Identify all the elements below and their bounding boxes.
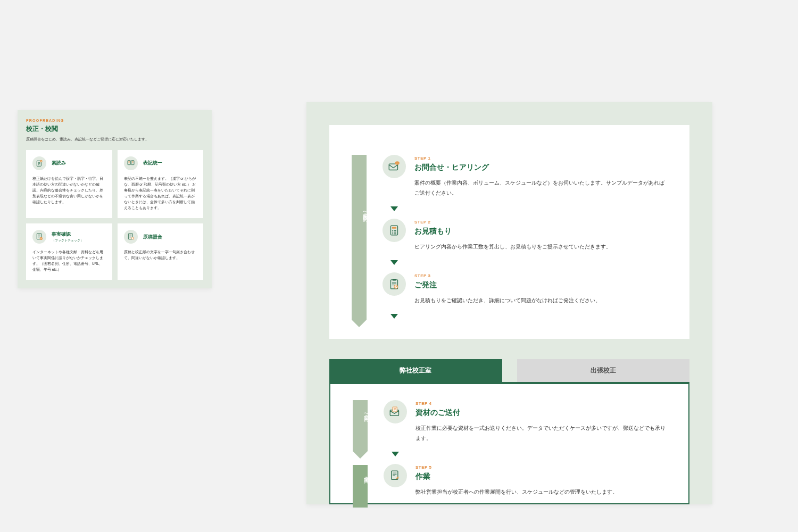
- card-title: 素読み: [52, 160, 66, 167]
- svg-rect-25: [393, 279, 396, 280]
- svg-point-11: [397, 163, 397, 163]
- proofreading-panel: PROOFREADING 校正・校閲 原稿照合をはじめ、素読み、表記統一などご要…: [18, 110, 212, 288]
- eyebrow-label: PROOFREADING: [26, 119, 203, 122]
- step-desc: お見積もりをご確認いただき、詳細について問題がなければご発注ください。: [414, 295, 669, 305]
- card-factcheck: 事実確認 （ファクトチェック） インターネットや各種文献・資料などを用いて事実関…: [26, 223, 112, 280]
- tab-content: 〜作業前日 作業当日 STEP 4 資材のご送付 校正作業に必要な資材を一式お送…: [329, 382, 689, 504]
- card-genkou: 原稿照合 原稿と校正紙の文字を一字一句突き合わせて、間違いがないか確認します。: [118, 223, 204, 280]
- section-title: 校正・校閲: [26, 124, 203, 134]
- card-desc: 原稿と校正紙の文字を一字一句突き合わせて、間違いがないか確認します。: [124, 249, 197, 261]
- svg-point-23: [395, 234, 396, 235]
- step-4: STEP 4 資材のご送付 校正作業に必要な資材を一式お送りください。データでい…: [384, 400, 668, 450]
- step-title: お見積もり: [414, 227, 669, 236]
- step-number: STEP 2: [414, 220, 669, 225]
- flow-section: 〜作業数日前 STEP 1 お問合せ・ヒアリング 案件の概要（作業内容、ボリュー…: [329, 125, 689, 339]
- step-number: STEP 1: [414, 156, 669, 161]
- step-desc: 弊社営業担当が校正者への作業展開を行い、スケジュールなどの管理をいたします。: [415, 487, 668, 497]
- card-grid: 素読み 校正紙だけを読んで誤字・脱字・衍字、日本語の使い方の間違いがないかなどの…: [26, 150, 203, 280]
- card-desc: 表記の不統一を整えます。（漢字 or ひらがな、西暦 or 和暦、記号類の使い方…: [124, 176, 197, 211]
- svg-point-12: [398, 163, 398, 163]
- card-suyomi: 素読み 校正紙だけを読んで誤字・脱字・衍字、日本語の使い方の間違いがないかなどの…: [26, 150, 112, 218]
- svg-point-15: [392, 230, 393, 231]
- document-check-icon: [32, 230, 46, 244]
- card-desc: 校正紙だけを読んで誤字・脱字・衍字、日本語の使い方の間違いがないかなどの確認。内…: [32, 176, 106, 205]
- timeline-bar-2: 〜作業前日 作業当日: [351, 400, 370, 503]
- card-title: 表記統一: [143, 160, 162, 167]
- svg-rect-3: [131, 161, 134, 165]
- svg-rect-8: [389, 164, 397, 170]
- card-desc: インターネットや各種文献・資料などを用いて事実関係に誤りがないかチェックします。…: [32, 249, 106, 272]
- document-speech-icon: [32, 156, 46, 170]
- step-title: お問合せ・ヒアリング: [414, 163, 669, 172]
- section-lead: 原稿照合をはじめ、素読み、表記統一などご要望に応じ対応いたします。: [26, 136, 203, 143]
- svg-rect-14: [392, 227, 396, 229]
- step-list-2: STEP 4 資材のご送付 校正作業に必要な資材を一式お送りください。データでい…: [384, 400, 668, 503]
- clipboard-check-icon: [383, 272, 406, 296]
- envelope-chat-icon: [383, 155, 406, 178]
- svg-point-22: [394, 234, 395, 235]
- step-1: STEP 1 お問合せ・ヒアリング 案件の概要（作業内容、ボリューム、スケジュー…: [383, 155, 669, 204]
- step-2: STEP 2 お見積もり ヒアリング内容から作業工数を算出し、お見積もりをご提示…: [383, 219, 669, 258]
- step-title: 作業: [415, 472, 668, 481]
- card-subtitle: （ファクトチェック）: [52, 238, 84, 243]
- timeline-label: 作業当日: [355, 472, 370, 477]
- svg-point-21: [392, 234, 393, 235]
- calculator-icon: [383, 219, 406, 242]
- timeline-label: 〜作業数日前: [354, 208, 369, 214]
- step-list: STEP 1 お問合せ・ヒアリング 案件の概要（作業内容、ボリューム、スケジュー…: [383, 155, 669, 326]
- document-search-icon: [124, 230, 138, 244]
- step-number: STEP 5: [415, 465, 668, 470]
- documents-compare-icon: [124, 156, 138, 170]
- step-title: ご発注: [414, 280, 669, 290]
- step-desc: ヒアリング内容から作業工数を算出し、お見積もりをご提示させていただきます。: [414, 242, 669, 252]
- svg-point-10: [396, 163, 396, 163]
- tab-bar: 弊社校正室 出張校正: [329, 359, 689, 382]
- svg-point-18: [392, 231, 393, 232]
- svg-point-20: [395, 231, 396, 232]
- timeline-bar: 〜作業数日前: [350, 155, 369, 326]
- card-title: 原稿照合: [143, 234, 162, 240]
- card-title: 事実確認: [52, 231, 84, 238]
- svg-point-16: [394, 230, 395, 231]
- tab-inhouse[interactable]: 弊社校正室: [329, 359, 502, 382]
- step-5: STEP 5 作業 弊社営業担当が校正者への作業展開を行い、スケジュールなどの管…: [384, 464, 668, 503]
- document-pen-icon: [384, 464, 407, 487]
- down-arrow-icon: [383, 204, 406, 219]
- step-desc: 校正作業に必要な資材を一式お送りください。データでいただくケースが多いですが、郵…: [415, 423, 668, 443]
- down-arrow-icon: [384, 450, 407, 464]
- step-number: STEP 3: [414, 273, 669, 278]
- down-arrow-icon: [383, 312, 406, 326]
- step-3: STEP 3 ご発注 お見積もりをご確認いただき、詳細について問題がなければご発…: [383, 272, 669, 312]
- tab-onsite[interactable]: 出張校正: [517, 359, 690, 382]
- svg-point-17: [395, 230, 396, 231]
- envelope-document-icon: [384, 400, 407, 423]
- card-hyoki: 表記統一 表記の不統一を整えます。（漢字 or ひらがな、西暦 or 和暦、記号…: [118, 150, 204, 218]
- workflow-panel: 〜作業数日前 STEP 1 お問合せ・ヒアリング 案件の概要（作業内容、ボリュー…: [306, 102, 712, 504]
- timeline-label: 〜作業前日: [355, 410, 370, 415]
- svg-point-19: [394, 231, 395, 232]
- step-desc: 案件の概要（作業内容、ボリューム、スケジュールなど）をお伺いいたします。サンプル…: [414, 178, 669, 198]
- step-title: 資材のご送付: [415, 408, 668, 418]
- svg-rect-2: [128, 161, 130, 165]
- step-number: STEP 4: [415, 401, 668, 406]
- down-arrow-icon: [383, 258, 406, 272]
